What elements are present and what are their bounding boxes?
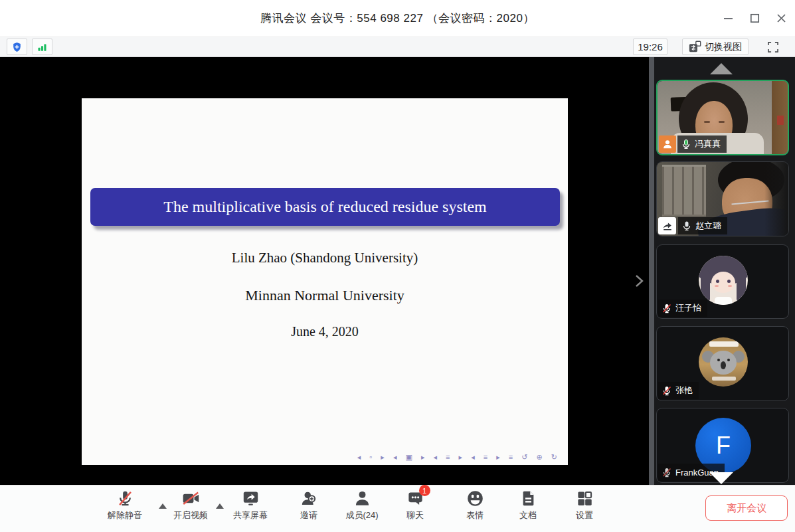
collapse-sidebar-chevron[interactable]: [631, 271, 648, 291]
participant-name: 汪子怡: [675, 302, 701, 314]
beamer-navigation-icons: ◂ ▫ ▸ ◂ ▣ ▸ ◂ ≡ ▸ ◂ ≡ ▸ ≡ ↺ ⊕ ↻: [357, 453, 559, 462]
window-controls: [722, 0, 787, 37]
share-screen-icon: [242, 489, 260, 507]
mic-muted-icon: [662, 385, 672, 397]
shield-plus-icon: [11, 41, 23, 54]
settings-button[interactable]: 设置: [565, 489, 604, 521]
fullscreen-button[interactable]: [763, 39, 783, 56]
meeting-timer: 19:26: [633, 39, 667, 55]
maximize-icon: [750, 13, 760, 23]
start-video-button[interactable]: 开启视频: [171, 489, 211, 521]
minimize-button[interactable]: [722, 13, 734, 25]
settings-label: 设置: [576, 509, 593, 521]
emoji-label: 表情: [466, 509, 484, 521]
avatar: [699, 337, 748, 387]
share-screen-label: 共享屏幕: [233, 509, 268, 521]
participant-footer: 张艳: [658, 382, 699, 399]
avatar: [699, 256, 748, 305]
participant-name-label: 赵立璐: [678, 217, 727, 234]
slide-title: The multiplicative basis of reduced resi…: [163, 198, 487, 216]
members-label: 成员(24): [345, 509, 378, 521]
participant-name-label: 冯真真: [677, 135, 727, 153]
unmute-button[interactable]: 解除静音: [105, 489, 145, 521]
scroll-up-arrow[interactable]: [710, 63, 733, 74]
unmute-label: 解除静音: [108, 509, 142, 521]
switch-view-label: 切换视图: [705, 41, 742, 53]
chat-button[interactable]: 1 聊天: [395, 489, 435, 521]
participant-tile-fengzhenzhen[interactable]: 冯真真: [656, 80, 789, 155]
video-options-caret[interactable]: [216, 503, 224, 509]
participant-tile-zhangyan[interactable]: 张艳: [656, 326, 789, 401]
slide-title-banner: The multiplicative basis of reduced resi…: [90, 188, 560, 226]
bottom-toolbar: 解除静音 开启视频 共享屏幕: [0, 485, 795, 532]
leave-meeting-button[interactable]: 离开会议: [705, 495, 788, 521]
title-bar: 腾讯会议 会议号：554 698 227 （会议密码：2020）: [0, 0, 795, 37]
camera-off-icon: [182, 489, 200, 507]
switch-view-icon: [689, 41, 701, 53]
close-button[interactable]: [775, 13, 787, 25]
mic-options-caret[interactable]: [159, 503, 167, 509]
participant-tile-zhaolilu[interactable]: 赵立璐: [656, 161, 789, 236]
mic-on-icon: [681, 221, 692, 232]
slide-author: Lilu Zhao (Shandong University): [82, 250, 568, 266]
start-video-label: 开启视频: [173, 509, 208, 521]
members-person-icon: [353, 489, 371, 507]
slide-date: June 4, 2020: [82, 324, 568, 339]
host-badge-icon: [659, 135, 676, 153]
scroll-down-arrow[interactable]: [709, 472, 733, 484]
documents-button[interactable]: 文档: [508, 489, 548, 521]
network-status-button[interactable]: [32, 39, 52, 55]
participant-name: 张艳: [675, 385, 693, 397]
mic-muted-icon: [662, 467, 672, 478]
time-text: 19:26: [638, 41, 663, 52]
participants-sidebar: 冯真真: [654, 57, 795, 485]
top-toolbar: 19:26 切换视图: [0, 37, 795, 57]
invite-button[interactable]: 邀请: [289, 489, 329, 521]
chat-icon-wrap: 1: [406, 489, 424, 507]
initial-letter: F: [716, 432, 731, 460]
participant-name-label: 汪子怡: [658, 300, 707, 317]
switch-view-button[interactable]: 切换视图: [682, 39, 749, 55]
invite-person-plus-icon: [300, 489, 318, 507]
main-area: The multiplicative basis of reduced resi…: [0, 57, 795, 485]
participant-footer: 冯真真: [659, 135, 727, 153]
minimize-icon: [723, 13, 733, 23]
participant-footer: 汪子怡: [658, 300, 707, 317]
participant-footer: 赵立璐: [658, 217, 727, 234]
participant-name: 冯真真: [695, 138, 721, 150]
share-screen-button[interactable]: 共享屏幕: [230, 489, 270, 521]
emoji-button[interactable]: 表情: [455, 489, 495, 521]
participant-name-label: 张艳: [658, 382, 699, 399]
invite-label: 邀请: [300, 509, 317, 521]
shared-screen-area: The multiplicative basis of reduced resi…: [0, 57, 649, 485]
participant-tile-wangziyi[interactable]: 汪子怡: [656, 244, 789, 319]
document-icon: [519, 489, 537, 507]
fullscreen-icon: [766, 41, 780, 54]
network-signal-icon: [37, 41, 48, 54]
sharing-screen-badge-icon: [658, 217, 676, 234]
chevron-right-icon: [635, 273, 644, 289]
close-icon: [776, 13, 786, 23]
chat-unread-badge: 1: [419, 485, 430, 496]
settings-grid-icon: [576, 489, 594, 507]
sidebar-divider[interactable]: [649, 57, 654, 485]
mic-muted-icon: [662, 303, 672, 314]
window-title: 腾讯会议 会议号：554 698 227 （会议密码：2020）: [260, 11, 535, 26]
chat-label: 聊天: [406, 509, 424, 521]
meeting-health-button[interactable]: [7, 39, 27, 55]
leave-meeting-label: 离开会议: [727, 502, 766, 515]
documents-label: 文档: [519, 509, 537, 521]
emoji-smiley-icon: [466, 489, 484, 507]
mic-muted-icon: [116, 489, 134, 507]
members-button[interactable]: 成员(24): [342, 489, 382, 521]
tencent-meeting-window: 腾讯会议 会议号：554 698 227 （会议密码：2020）: [0, 0, 795, 532]
presentation-slide: The multiplicative basis of reduced resi…: [82, 98, 568, 465]
maximize-button[interactable]: [749, 13, 760, 25]
mic-on-icon: [681, 139, 691, 150]
participant-name: 赵立璐: [695, 220, 721, 232]
slide-institution: Minnan Normal University: [82, 287, 568, 304]
